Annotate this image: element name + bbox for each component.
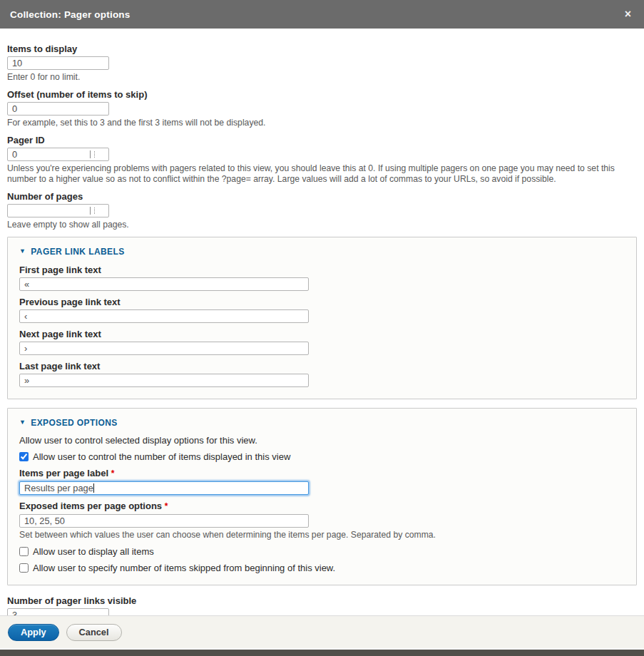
page-background-strip <box>0 650 644 656</box>
offset-input[interactable] <box>7 102 109 116</box>
display-all-checkbox-label: Allow user to display all items <box>33 546 154 557</box>
last-page-link-label: Last page link text <box>19 361 625 371</box>
pager-links-visible-field: Number of pager links visible Specify th… <box>7 595 637 615</box>
items-per-page-label-input[interactable]: Results per page <box>19 481 309 495</box>
items-per-page-label-label: Items per page label * <box>19 468 625 479</box>
offset-description: For example, set this to 3 and the first… <box>7 118 637 128</box>
items-per-page-options-field: Exposed items per page options * Set bet… <box>19 501 625 540</box>
first-page-link-field: First page link text <box>19 265 625 291</box>
number-of-pages-label: Number of pages <box>7 191 637 202</box>
pager-link-labels-fieldset: ▼ PAGER LINK LABELS First page link text… <box>7 237 637 399</box>
exposed-options-legend[interactable]: ▼ EXPOSED OPTIONS <box>19 409 625 428</box>
next-page-link-input[interactable] <box>19 342 309 355</box>
pager-id-label: Pager ID <box>7 135 637 145</box>
display-all-checkbox[interactable] <box>19 547 29 556</box>
dialog-title: Collection: Pager options <box>10 9 131 20</box>
last-page-link-field: Last page link text <box>19 361 625 387</box>
next-page-link-label: Next page link text <box>19 329 625 339</box>
number-of-pages-input[interactable] <box>7 204 109 217</box>
pager-link-labels-legend[interactable]: ▼ PAGER LINK LABELS <box>19 237 625 257</box>
required-mark: * <box>111 468 115 478</box>
close-icon[interactable]: × <box>622 7 634 21</box>
previous-page-link-label: Previous page link text <box>19 297 625 307</box>
cancel-button[interactable]: Cancel <box>66 624 122 641</box>
control-items-checkbox-label: Allow user to control the number of item… <box>33 451 290 462</box>
control-items-checkbox[interactable] <box>19 452 29 461</box>
dialog-titlebar: Collection: Pager options × <box>0 0 644 29</box>
pager-id-field: Pager ID Unless you're experiencing prob… <box>7 135 637 185</box>
offset-field: Offset (number of items to skip) For exa… <box>7 89 637 128</box>
items-to-display-input[interactable] <box>7 56 109 70</box>
first-page-link-input[interactable] <box>19 277 309 291</box>
last-page-link-input[interactable] <box>19 374 309 387</box>
items-to-display-field: Items to display Enter 0 for no limit. <box>7 43 637 83</box>
exposed-options-intro: Allow user to control selected display o… <box>19 436 625 446</box>
items-per-page-options-description: Set between which values the user can ch… <box>19 530 625 540</box>
items-per-page-label-field: Items per page label * Results per page <box>19 468 625 495</box>
display-all-checkbox-row: Allow user to display all items <box>19 546 625 557</box>
items-per-page-options-input[interactable] <box>19 514 309 528</box>
skip-items-checkbox[interactable] <box>19 563 29 573</box>
skip-items-checkbox-row: Allow user to specify number of items sk… <box>19 563 625 573</box>
previous-page-link-field: Previous page link text <box>19 297 625 323</box>
exposed-options-legend-text: EXPOSED OPTIONS <box>31 418 117 428</box>
previous-page-link-input[interactable] <box>19 309 309 323</box>
items-to-display-description: Enter 0 for no limit. <box>7 72 637 83</box>
items-to-display-label: Items to display <box>7 43 637 54</box>
collapse-arrow-icon: ▼ <box>19 247 26 255</box>
pager-id-description: Unless you're experiencing problems with… <box>7 163 637 185</box>
text-caret <box>93 483 94 493</box>
first-page-link-label: First page link text <box>19 265 625 275</box>
number-of-pages-description: Leave empty to show all pages. <box>7 220 637 230</box>
next-page-link-field: Next page link text <box>19 329 625 355</box>
dialog-content: Items to display Enter 0 for no limit. O… <box>0 29 644 615</box>
apply-button[interactable]: Apply <box>8 624 59 641</box>
pager-link-labels-legend-text: PAGER LINK LABELS <box>31 247 124 257</box>
items-per-page-options-label: Exposed items per page options * <box>19 501 625 512</box>
dialog-footer: Apply Cancel <box>0 616 644 648</box>
pager-links-visible-input[interactable] <box>7 608 109 615</box>
exposed-options-fieldset: ▼ EXPOSED OPTIONS Allow user to control … <box>7 408 637 585</box>
control-items-checkbox-row: Allow user to control the number of item… <box>19 451 625 462</box>
required-mark: * <box>165 501 168 511</box>
number-of-pages-field: Number of pages Leave empty to show all … <box>7 191 637 230</box>
offset-label: Offset (number of items to skip) <box>7 89 637 100</box>
pager-id-input[interactable] <box>7 148 109 161</box>
skip-items-checkbox-label: Allow user to specify number of items sk… <box>33 563 335 573</box>
pager-links-visible-label: Number of pager links visible <box>7 595 637 606</box>
collapse-arrow-icon: ▼ <box>19 419 26 426</box>
